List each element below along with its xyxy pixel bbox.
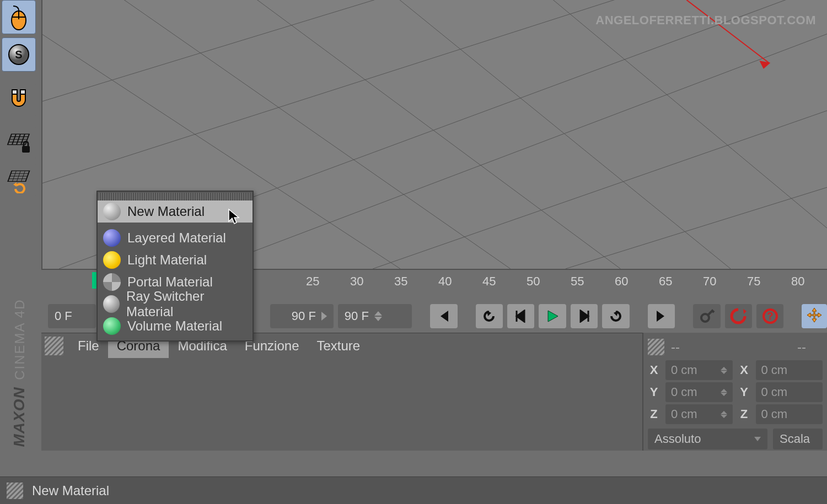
brand-maxon: MAXON [10, 387, 28, 447]
ruler-tick: 25 [306, 274, 319, 289]
attr-y1[interactable]: 0 cm [665, 382, 733, 402]
sphere-blue-icon [103, 229, 121, 247]
svg-rect-14 [22, 146, 30, 153]
brand-c4d: CINEMA 4D [12, 299, 27, 380]
record-key-button[interactable] [693, 304, 720, 328]
axis-label: X [738, 363, 750, 377]
svg-point-38 [701, 314, 709, 322]
menu-texture[interactable]: Texture [308, 333, 369, 359]
svg-text:S: S [15, 48, 22, 61]
play-button[interactable] [539, 304, 566, 328]
tool-column: S [0, 0, 37, 200]
svg-rect-6 [20, 90, 25, 94]
key-icon [699, 308, 715, 324]
help-button[interactable]: ? [756, 304, 783, 328]
attr-scale-button[interactable]: Scala [773, 429, 823, 449]
sphere-yellow-icon [103, 251, 121, 269]
ruler-tick: 60 [615, 274, 628, 289]
autokey-icon [730, 308, 747, 324]
menu-item-light-material[interactable]: Light Material [98, 249, 253, 271]
attr-z1[interactable]: 0 cm [665, 404, 733, 424]
attr-header: -- -- [648, 336, 823, 358]
menu-item-layered-material[interactable]: Layered Material [98, 227, 253, 249]
hatch-icon [648, 339, 664, 355]
next-frame-button[interactable] [571, 304, 598, 328]
tool-grid-lock[interactable] [2, 126, 36, 160]
attr-row-x: X 0 cm X 0 cm [648, 360, 823, 380]
attr-row-z: Z 0 cm Z 0 cm [648, 404, 823, 424]
sphere-grey-icon [103, 203, 121, 220]
attr-mode-dropdown[interactable]: Assoluto [648, 429, 767, 449]
ruler-tick: 50 [527, 274, 540, 289]
axis-label: X [648, 363, 660, 377]
cursor-icon [228, 208, 240, 225]
autokey-button[interactable] [725, 304, 752, 328]
tool-grid-refresh[interactable] [2, 163, 36, 197]
menu-grip[interactable] [99, 193, 251, 200]
magnet-icon [6, 86, 32, 113]
ruler-tick: 80 [791, 274, 804, 289]
menu-item-label: Volume Material [127, 318, 222, 334]
attribute-panel: -- -- X 0 cm X 0 cm Y 0 cm Y 0 cm Z 0 cm… [642, 333, 827, 451]
current-frame-value: 90 F [345, 309, 369, 323]
axis-label: Y [648, 385, 660, 399]
svg-line-26 [527, 0, 827, 230]
mouse-icon [8, 4, 30, 30]
ruler-tick: 55 [571, 274, 584, 289]
svg-line-28 [373, 110, 827, 269]
prev-key-button[interactable] [476, 304, 503, 328]
ruler-tick: 70 [703, 274, 716, 289]
tool-mouse[interactable] [2, 0, 36, 34]
ruler-tick: 45 [482, 274, 496, 289]
arrow-right-icon [321, 312, 327, 321]
prev-frame-button[interactable] [507, 304, 534, 328]
sphere-green-icon [103, 317, 121, 335]
end-frame-field[interactable]: 90 F [270, 304, 334, 328]
attr-y2[interactable]: 0 cm [756, 382, 823, 402]
status-bar: New Material [0, 476, 827, 504]
start-frame-field[interactable]: 0 F [48, 304, 96, 328]
tool-sphere[interactable]: S [2, 37, 36, 72]
attr-x2[interactable]: 0 cm [756, 360, 823, 380]
attr-z2[interactable]: 0 cm [756, 404, 823, 424]
ruler-tick: 75 [747, 274, 760, 289]
attr-dash: -- [797, 339, 806, 355]
move-tool-button[interactable] [802, 304, 827, 328]
ruler-tick: 65 [659, 274, 672, 289]
ruler-tick: 35 [394, 274, 407, 289]
attr-x1[interactable]: 0 cm [665, 360, 733, 380]
sphere-icon: S [7, 42, 31, 67]
axis-label: Z [648, 407, 660, 421]
move-icon [805, 307, 824, 326]
play-icon [546, 310, 559, 323]
menu-item-label: Ray Switcher Material [126, 289, 247, 319]
next-frame-icon [577, 310, 590, 323]
help-icon: ? [762, 308, 778, 324]
status-text: New Material [32, 483, 109, 498]
hatch-icon [45, 337, 63, 355]
sphere-grey-icon [103, 295, 120, 313]
menu-item-label: New Material [127, 204, 205, 219]
menu-item-label: Light Material [127, 252, 207, 268]
menu-item-ray-switcher-material[interactable]: Ray Switcher Material [98, 293, 253, 315]
ruler-tick: 30 [350, 274, 363, 289]
current-frame-field[interactable]: 90 F [338, 304, 412, 328]
sphere-checker-icon [103, 273, 121, 291]
goto-end-button[interactable] [648, 304, 675, 328]
prev-frame-icon [514, 310, 528, 323]
svg-line-33 [686, 0, 769, 63]
ruler-tick: 40 [438, 274, 452, 289]
grid-lock-icon [6, 129, 32, 156]
svg-line-29 [42, 0, 648, 192]
hatch-icon [7, 483, 23, 499]
menu-item-label: Layered Material [127, 230, 226, 246]
axis-label: Z [738, 407, 750, 421]
goto-start-icon [436, 310, 452, 323]
next-key-button[interactable] [602, 304, 629, 328]
axis-label: Y [738, 385, 750, 399]
tool-magnet[interactable] [2, 83, 36, 117]
next-key-icon [608, 310, 624, 323]
goto-start-button[interactable] [430, 304, 457, 328]
grid-refresh-icon [6, 167, 32, 193]
start-frame-value: 0 F [55, 309, 72, 323]
